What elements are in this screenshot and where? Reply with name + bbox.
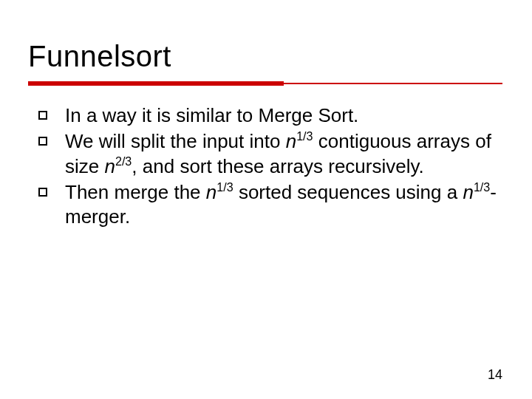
slide: Funnelsort In a way it is similar to Mer… — [0, 0, 532, 399]
bullet-text: In a way it is similar to Merge Sort. — [65, 103, 497, 128]
bullet-text: Then merge the n1/3 sorted sequences usi… — [65, 180, 497, 230]
text-fragment: sorted sequences using a — [233, 181, 463, 203]
list-item: In a way it is similar to Merge Sort. — [38, 103, 497, 128]
var-n: n — [104, 155, 115, 177]
var-n: n — [206, 181, 216, 203]
exponent: 2/3 — [115, 154, 132, 168]
list-item: We will split the input into n1/3 contig… — [38, 129, 497, 179]
content-area: In a way it is similar to Merge Sort. We… — [38, 103, 497, 231]
title-rule-thick — [28, 81, 284, 86]
text-fragment: We will split the input into — [65, 130, 286, 152]
bullet-text: We will split the input into n1/3 contig… — [65, 129, 497, 179]
list-item: Then merge the n1/3 sorted sequences usi… — [38, 180, 497, 230]
bullet-icon — [38, 137, 47, 146]
var-n: n — [463, 181, 473, 203]
exponent: 1/3 — [296, 130, 313, 143]
page-number: 14 — [488, 367, 502, 383]
exponent: 1/3 — [216, 180, 233, 194]
text-fragment: , and sort these arrays recursively. — [132, 155, 423, 177]
title-rule-thin — [284, 83, 502, 84]
slide-title: Funnelsort — [28, 40, 171, 73]
bullet-icon — [38, 188, 47, 197]
var-n: n — [286, 130, 296, 152]
bullet-icon — [38, 111, 47, 120]
exponent: 1/3 — [474, 180, 490, 194]
text-fragment: Then merge the — [65, 181, 206, 203]
